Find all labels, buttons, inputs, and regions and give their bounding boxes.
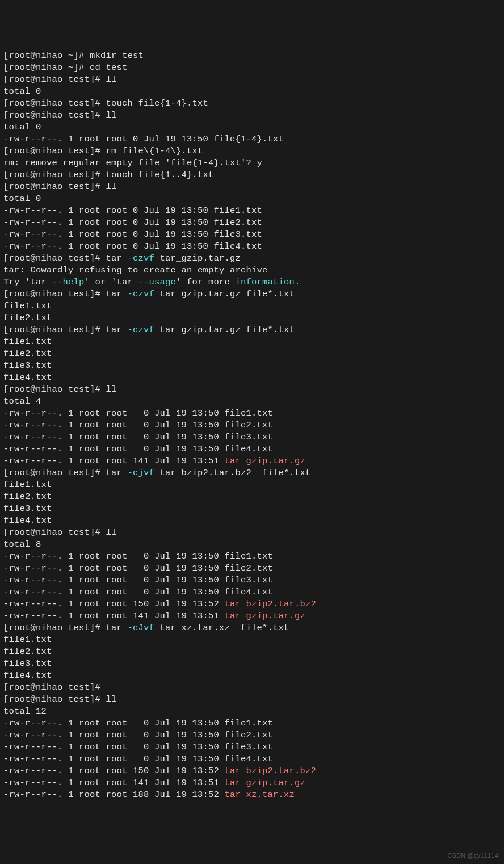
terminal-line: -rw-r--r--. 1 root root 0 Jul 19 13:50 f… [3, 229, 501, 241]
terminal-line: total 0 [3, 193, 501, 205]
terminal-line: -rw-r--r--. 1 root root 0 Jul 19 13:50 f… [3, 205, 501, 217]
terminal-line: -rw-r--r--. 1 root root 0 Jul 19 13:50 f… [3, 408, 501, 420]
terminal-line: file4.txt [3, 372, 501, 384]
terminal-segment: file3.txt [3, 659, 52, 669]
terminal-segment: -rw-r--r--. 1 root root 150 Jul 19 13:52 [3, 766, 225, 776]
terminal-line: file2.txt [3, 348, 501, 360]
terminal-output[interactable]: [root@nihao ~]# mkdir test[root@nihao ~]… [3, 50, 501, 801]
terminal-line: -rw-r--r--. 1 root root 0 Jul 19 13:50 f… [3, 551, 501, 563]
terminal-line: file3.txt [3, 658, 501, 670]
terminal-line: [root@nihao test]# touch file{1-4}.txt [3, 98, 501, 110]
terminal-line: [root@nihao ~]# cd test [3, 62, 501, 74]
terminal-segment: -cjvf [128, 468, 155, 478]
terminal-segment: tar_gzip.tar.gz file*.txt [154, 325, 295, 335]
terminal-line: rm: remove regular empty file 'file{1-4}… [3, 157, 501, 169]
terminal-line: file2.txt [3, 491, 501, 503]
watermark: CSDN @cy11114 [447, 850, 498, 862]
terminal-segment: tar_xz.tar.xz file*.txt [154, 623, 289, 633]
terminal-segment: tar_gzip.tar.gz file*.txt [154, 289, 295, 299]
terminal-segment: total 0 [3, 122, 41, 132]
terminal-segment: --usage [138, 277, 177, 287]
terminal-segment: [root@nihao test]# ll [3, 527, 117, 538]
terminal-segment: file4.txt [3, 372, 52, 383]
terminal-line: -rw-r--r--. 1 root root 150 Jul 19 13:52… [3, 765, 501, 777]
terminal-segment: -rw-r--r--. 1 root root 0 Jul 19 13:50 f… [3, 587, 273, 597]
terminal-segment: -rw-r--r--. 1 root root 150 Jul 19 13:52 [3, 599, 225, 609]
terminal-segment: -czvf [128, 325, 155, 335]
terminal-segment: total 4 [3, 396, 41, 406]
terminal-line: -rw-r--r--. 1 root root 188 Jul 19 13:52… [3, 789, 501, 801]
terminal-line: file4.txt [3, 515, 501, 527]
terminal-segment: -rw-r--r--. 1 root root 0 Jul 19 13:50 f… [3, 217, 262, 228]
terminal-line: total 8 [3, 539, 501, 551]
terminal-line: -rw-r--r--. 1 root root 0 Jul 19 13:50 f… [3, 574, 501, 586]
terminal-segment: -czvf [128, 289, 155, 299]
terminal-segment: [root@nihao test]# touch file{1..4}.txt [3, 170, 214, 180]
terminal-segment: -rw-r--r--. 1 root root 0 Jul 19 13:50 f… [3, 205, 262, 216]
terminal-segment: -rw-r--r--. 1 root root 0 Jul 19 13:50 f… [3, 444, 273, 454]
terminal-segment: file1.txt [3, 301, 52, 311]
terminal-line: -rw-r--r--. 1 root root 0 Jul 19 13:50 f… [3, 420, 501, 431]
terminal-segment: [root@nihao test]# [3, 682, 100, 693]
terminal-segment: tar_gzip.tar.gz [225, 456, 306, 466]
terminal-segment: [root@nihao test]# tar [3, 468, 128, 478]
terminal-line: -rw-r--r--. 1 root root 0 Jul 19 13:50 f… [3, 133, 501, 145]
terminal-line: file1.txt [3, 634, 501, 646]
terminal-segment: tar_xz.tar.xz [225, 790, 295, 800]
terminal-line: -rw-r--r--. 1 root root 141 Jul 19 13:51… [3, 455, 501, 467]
terminal-line: [root@nihao test]# ll [3, 527, 501, 539]
terminal-line: -rw-r--r--. 1 root root 0 Jul 19 13:50 f… [3, 753, 501, 765]
terminal-segment: -rw-r--r--. 1 root root 0 Jul 19 13:50 f… [3, 551, 273, 561]
terminal-line: [root@nihao test]# tar -cJvf tar_xz.tar.… [3, 622, 501, 634]
terminal-line: total 0 [3, 121, 501, 133]
terminal-line: -rw-r--r--. 1 root root 141 Jul 19 13:51… [3, 610, 501, 622]
terminal-line: -rw-r--r--. 1 root root 0 Jul 19 13:50 f… [3, 563, 501, 574]
terminal-segment: file4.txt [3, 515, 52, 526]
terminal-line: -rw-r--r--. 1 root root 0 Jul 19 13:50 f… [3, 217, 501, 229]
terminal-line: [root@nihao test]# rm file\{1-4\}.txt [3, 145, 501, 157]
terminal-segment: -rw-r--r--. 1 root root 0 Jul 19 13:50 f… [3, 730, 273, 740]
terminal-segment: file2.txt [3, 647, 52, 657]
terminal-line: total 4 [3, 396, 501, 408]
terminal-segment: -rw-r--r--. 1 root root 0 Jul 19 13:50 f… [3, 134, 284, 144]
terminal-segment: file2.txt [3, 313, 52, 323]
terminal-segment: -rw-r--r--. 1 root root 0 Jul 19 13:50 f… [3, 754, 273, 764]
terminal-segment: file1.txt [3, 480, 52, 490]
terminal-segment: -rw-r--r--. 1 root root 141 Jul 19 13:51 [3, 456, 225, 466]
terminal-segment: total 8 [3, 539, 41, 550]
terminal-line: [root@nihao test]# ll [3, 384, 501, 396]
terminal-line: -rw-r--r--. 1 root root 0 Jul 19 13:50 f… [3, 718, 501, 729]
terminal-segment: tar_gzip.tar.gz [154, 253, 241, 263]
terminal-segment: -rw-r--r--. 1 root root 0 Jul 19 13:50 f… [3, 718, 273, 728]
terminal-segment: tar_gzip.tar.gz [225, 778, 306, 788]
terminal-segment: [root@nihao test]# ll [3, 182, 117, 192]
terminal-segment: -rw-r--r--. 1 root root 0 Jul 19 13:50 f… [3, 241, 262, 251]
terminal-line: file2.txt [3, 312, 501, 324]
terminal-line: [root@nihao test]# ll [3, 110, 501, 121]
terminal-segment: -rw-r--r--. 1 root root 0 Jul 19 13:50 f… [3, 229, 262, 240]
terminal-line: [root@nihao test]# [3, 682, 501, 694]
terminal-line: -rw-r--r--. 1 root root 0 Jul 19 13:50 f… [3, 586, 501, 598]
terminal-segment: [root@nihao test]# tar [3, 623, 128, 633]
terminal-line: [root@nihao ~]# mkdir test [3, 50, 501, 62]
terminal-line: -rw-r--r--. 1 root root 0 Jul 19 13:50 f… [3, 741, 501, 753]
terminal-segment: tar_bzip2.tar.bz2 [225, 766, 317, 776]
terminal-segment: total 0 [3, 86, 41, 97]
terminal-segment: [root@nihao test]# ll [3, 110, 117, 120]
terminal-line: -rw-r--r--. 1 root root 0 Jul 19 13:50 f… [3, 443, 501, 455]
terminal-segment: [root@nihao test]# ll [3, 384, 117, 395]
terminal-segment: -rw-r--r--. 1 root root 0 Jul 19 13:50 f… [3, 742, 273, 752]
terminal-line: -rw-r--r--. 1 root root 141 Jul 19 13:51… [3, 777, 501, 789]
terminal-segment: file1.txt [3, 337, 52, 347]
terminal-line: [root@nihao test]# ll [3, 694, 501, 706]
terminal-segment: -rw-r--r--. 1 root root 141 Jul 19 13:51 [3, 778, 225, 788]
terminal-line: [root@nihao test]# tar -czvf tar_gzip.ta… [3, 324, 501, 336]
terminal-segment: ' for more [176, 277, 236, 287]
terminal-segment: -rw-r--r--. 1 root root 188 Jul 19 13:52 [3, 790, 225, 800]
terminal-segment: [root@nihao ~]# mkdir test [3, 51, 144, 61]
terminal-line: file2.txt [3, 646, 501, 658]
terminal-segment: . [295, 277, 300, 287]
terminal-segment: -rw-r--r--. 1 root root 0 Jul 19 13:50 f… [3, 575, 273, 585]
terminal-segment: tar_bzip2.tar.bz2 [225, 599, 317, 609]
terminal-segment: Try 'tar [3, 277, 52, 287]
